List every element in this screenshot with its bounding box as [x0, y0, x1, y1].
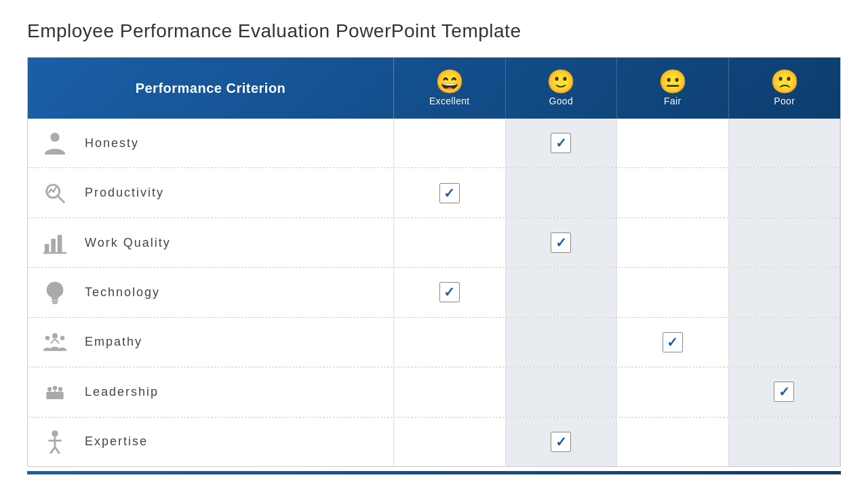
svg-point-11: [60, 336, 64, 340]
criterion-workquality: Work Quality: [28, 218, 394, 267]
workquality-poor[interactable]: [729, 218, 841, 267]
productivity-good[interactable]: [506, 168, 618, 217]
table-row: Productivity: [28, 168, 840, 218]
leadership-good[interactable]: [506, 367, 618, 416]
table-row: Technology: [28, 268, 840, 317]
rating-header-fair: 😐 Fair: [617, 58, 729, 119]
evaluation-table: Performance Criterion 😄 Excellent 🙂 Good…: [27, 57, 841, 467]
svg-point-15: [47, 387, 52, 391]
workquality-excellent[interactable]: [394, 218, 506, 267]
poor-icon: 🙁: [770, 70, 799, 93]
rating-header-poor: 🙁 Poor: [729, 58, 841, 119]
expertise-label: Expertise: [85, 434, 148, 449]
productivity-poor[interactable]: [729, 168, 841, 217]
criterion-honesty: Honesty: [28, 119, 394, 167]
good-icon: 🙂: [547, 70, 575, 93]
svg-point-16: [53, 386, 57, 390]
svg-point-17: [58, 387, 62, 391]
svg-rect-5: [58, 235, 62, 253]
empathy-excellent[interactable]: [394, 318, 506, 367]
criterion-expertise: Expertise: [28, 418, 394, 466]
bottom-bar: [27, 471, 841, 474]
fair-icon: 😐: [658, 70, 687, 93]
productivity-label: Productivity: [85, 186, 164, 200]
workquality-fair[interactable]: [617, 218, 729, 267]
person-icon: [39, 127, 71, 159]
svg-line-12: [51, 339, 55, 343]
honesty-fair[interactable]: [617, 119, 729, 167]
svg-line-2: [58, 195, 64, 202]
leadership-excellent[interactable]: [394, 367, 506, 416]
lightbulb-icon: [39, 276, 71, 308]
excellent-label: Excellent: [429, 96, 470, 106]
leadership-fair[interactable]: [617, 367, 729, 416]
svg-point-9: [52, 333, 58, 338]
technology-poor[interactable]: [729, 268, 841, 317]
technology-good[interactable]: [506, 268, 618, 317]
honesty-good[interactable]: [506, 119, 618, 167]
figure-icon: [39, 426, 71, 458]
svg-rect-14: [46, 392, 63, 399]
table-header: Performance Criterion 😄 Excellent 🙂 Good…: [28, 58, 840, 119]
empathy-poor[interactable]: [729, 318, 841, 367]
honesty-good-checkbox[interactable]: [551, 133, 571, 153]
svg-line-25: [55, 447, 60, 453]
rating-header-good: 🙂 Good: [506, 58, 618, 119]
expertise-good[interactable]: [506, 418, 618, 466]
leadership-label: Leadership: [85, 385, 159, 399]
poor-label: Poor: [774, 96, 795, 106]
expertise-fair[interactable]: [617, 418, 729, 466]
svg-line-24: [50, 447, 55, 453]
empathy-label: Empathy: [85, 335, 142, 349]
rating-header-excellent: 😄 Excellent: [394, 58, 506, 119]
svg-rect-8: [52, 303, 58, 304]
empathy-fair[interactable]: [617, 318, 729, 367]
team-icon: [39, 326, 71, 359]
criterion-leadership: Leadership: [28, 367, 394, 416]
leadership-poor[interactable]: [729, 367, 841, 416]
page-title: Employee Performance Evaluation PowerPoi…: [27, 20, 841, 42]
productivity-excellent[interactable]: [394, 168, 506, 217]
svg-point-21: [52, 430, 58, 437]
honesty-label: Honesty: [85, 136, 139, 150]
workquality-label: Work Quality: [85, 236, 171, 250]
workquality-good[interactable]: [506, 218, 618, 267]
svg-point-10: [45, 336, 50, 340]
criterion-empathy: Empathy: [28, 318, 394, 367]
svg-rect-4: [51, 239, 56, 253]
table-row: Leadership: [28, 367, 840, 417]
leadership-poor-checkbox[interactable]: [774, 382, 794, 402]
expertise-excellent[interactable]: [394, 418, 506, 466]
table-row: Empathy: [28, 318, 840, 367]
criterion-productivity: Productivity: [28, 168, 394, 217]
search-analytics-icon: [39, 177, 71, 209]
fair-label: Fair: [664, 96, 681, 106]
productivity-fair[interactable]: [617, 168, 729, 217]
expertise-poor[interactable]: [729, 418, 841, 466]
good-label: Good: [549, 96, 573, 106]
bar-chart-icon: [39, 226, 71, 259]
table-body: Honesty Productivity: [28, 119, 840, 466]
productivity-excellent-checkbox[interactable]: [439, 183, 460, 203]
expertise-good-checkbox[interactable]: [551, 432, 571, 452]
meeting-icon: [39, 375, 71, 408]
table-row: Expertise: [28, 418, 840, 466]
workquality-good-checkbox[interactable]: [551, 232, 571, 253]
technology-fair[interactable]: [617, 268, 729, 317]
technology-excellent[interactable]: [394, 268, 506, 317]
honesty-poor[interactable]: [729, 119, 841, 167]
technology-label: Technology: [85, 285, 160, 300]
svg-point-0: [50, 133, 59, 142]
table-row: Work Quality: [28, 218, 840, 268]
svg-rect-3: [45, 244, 50, 253]
honesty-excellent[interactable]: [394, 119, 506, 167]
excellent-icon: 😄: [435, 70, 464, 93]
svg-rect-7: [52, 301, 58, 302]
empathy-good[interactable]: [506, 318, 618, 367]
technology-excellent-checkbox[interactable]: [439, 282, 460, 302]
criterion-header-label: Performance Criterion: [136, 81, 286, 96]
criterion-header: Performance Criterion: [28, 58, 394, 119]
empathy-fair-checkbox[interactable]: [663, 332, 683, 352]
table-row: Honesty: [28, 119, 840, 168]
svg-line-13: [55, 339, 59, 343]
